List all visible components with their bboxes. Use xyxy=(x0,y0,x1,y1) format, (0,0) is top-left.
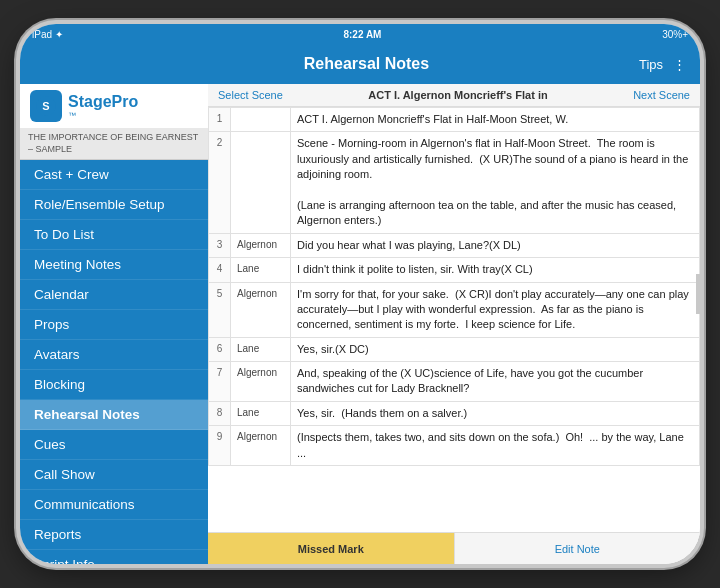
svg-text:S: S xyxy=(42,100,49,112)
row-number: 3 xyxy=(209,233,231,257)
status-bar: iPad ✦ 8:22 AM 30%+ xyxy=(20,24,700,44)
sidebar-item-script-info[interactable]: Script Info xyxy=(20,550,208,564)
character-name: Algernon xyxy=(231,282,291,337)
script-text: I'm sorry for that, for your sake. (X CR… xyxy=(291,282,700,337)
row-number: 1 xyxy=(209,108,231,132)
row-number: 8 xyxy=(209,401,231,425)
row-number: 2 xyxy=(209,132,231,233)
project-label: THE IMPORTANCE OF BEING EARNEST – SAMPLE xyxy=(20,128,208,160)
table-row: 6LaneYes, sir.(X DC) xyxy=(209,337,700,361)
sidebar-item-blocking[interactable]: Blocking xyxy=(20,370,208,400)
logo-icon: S xyxy=(30,90,62,122)
sidebar-item-props[interactable]: Props xyxy=(20,310,208,340)
script-text: ACT I. Algernon Moncrieff's Flat in Half… xyxy=(291,108,700,132)
top-nav-actions: Tips ⋮ xyxy=(639,57,686,72)
bottom-bar: Missed Mark Edit Note xyxy=(208,532,700,564)
character-name: Lane xyxy=(231,258,291,282)
select-scene-button[interactable]: Select Scene xyxy=(218,89,283,101)
logo-text: StagePro ™ xyxy=(68,93,138,120)
menu-icon[interactable]: ⋮ xyxy=(673,57,686,72)
sidebar-item-meeting-notes[interactable]: Meeting Notes xyxy=(20,250,208,280)
script-text: Did you hear what I was playing, Lane?(X… xyxy=(291,233,700,257)
table-row: 1ACT I. Algernon Moncrieff's Flat in Hal… xyxy=(209,108,700,132)
script-text: Scene - Morning-room in Algernon's flat … xyxy=(291,132,700,233)
script-text: Yes, sir.(X DC) xyxy=(291,337,700,361)
character-name xyxy=(231,108,291,132)
character-name: Algernon xyxy=(231,233,291,257)
main-area: S StagePro ™ THE IMPORTANCE OF BEING EAR… xyxy=(20,84,700,564)
row-number: 4 xyxy=(209,258,231,282)
script-content-table: 1ACT I. Algernon Moncrieff's Flat in Hal… xyxy=(208,107,700,466)
table-row: 5AlgernonI'm sorry for that, for your sa… xyxy=(209,282,700,337)
device-frame: iPad ✦ 8:22 AM 30%+ Rehearsal Notes Tips… xyxy=(20,24,700,564)
sidebar-item-cues[interactable]: Cues xyxy=(20,430,208,460)
top-nav: Rehearsal Notes Tips ⋮ xyxy=(20,44,700,84)
sidebar-item-call-show[interactable]: Call Show xyxy=(20,460,208,490)
content-area: Select Scene ACT I. Algernon Moncrieff's… xyxy=(208,84,700,564)
row-number: 7 xyxy=(209,362,231,402)
tips-button[interactable]: Tips xyxy=(639,57,663,72)
sidebar-item-to-do-list[interactable]: To Do List xyxy=(20,220,208,250)
sidebar-item-cast---crew[interactable]: Cast + Crew xyxy=(20,160,208,190)
battery-indicator: 30%+ xyxy=(662,29,688,40)
table-row: 2Scene - Morning-room in Algernon's flat… xyxy=(209,132,700,233)
row-number: 6 xyxy=(209,337,231,361)
script-text: (Inspects them, takes two, and sits down… xyxy=(291,426,700,466)
status-ipad: iPad ✦ xyxy=(32,29,63,40)
scene-title: ACT I. Algernon Moncrieff's Flat in xyxy=(291,89,625,101)
script-table: 1ACT I. Algernon Moncrieff's Flat in Hal… xyxy=(208,107,700,532)
logo-name: StagePro xyxy=(68,93,138,111)
table-row: 3AlgernonDid you hear what I was playing… xyxy=(209,233,700,257)
row-number: 9 xyxy=(209,426,231,466)
status-right: 30%+ xyxy=(662,29,688,40)
status-left: iPad ✦ xyxy=(32,29,63,40)
edit-note-button[interactable]: Edit Note xyxy=(455,533,701,564)
sidebar: S StagePro ™ THE IMPORTANCE OF BEING EAR… xyxy=(20,84,208,564)
sidebar-item-communications[interactable]: Communications xyxy=(20,490,208,520)
character-name: Lane xyxy=(231,401,291,425)
sidebar-nav: Cast + CrewRole/Ensemble SetupTo Do List… xyxy=(20,160,208,564)
scene-selector: Select Scene ACT I. Algernon Moncrieff's… xyxy=(208,84,700,107)
table-row: 7AlgernonAnd, speaking of the (X UC)scie… xyxy=(209,362,700,402)
status-time: 8:22 AM xyxy=(343,29,381,40)
character-name: Lane xyxy=(231,337,291,361)
sidebar-item-rehearsal-notes[interactable]: Rehearsal Notes xyxy=(20,400,208,430)
sidebar-item-reports[interactable]: Reports xyxy=(20,520,208,550)
script-text: Yes, sir. (Hands them on a salver.) xyxy=(291,401,700,425)
script-text: And, speaking of the (X UC)science of Li… xyxy=(291,362,700,402)
row-number: 5 xyxy=(209,282,231,337)
character-name: Algernon xyxy=(231,426,291,466)
table-row: 9Algernon(Inspects them, takes two, and … xyxy=(209,426,700,466)
table-row: 4LaneI didn't think it polite to listen,… xyxy=(209,258,700,282)
power-button xyxy=(696,274,700,314)
missed-mark-button[interactable]: Missed Mark xyxy=(208,533,455,564)
character-name: Algernon xyxy=(231,362,291,402)
next-scene-button[interactable]: Next Scene xyxy=(633,89,690,101)
character-name xyxy=(231,132,291,233)
table-row: 8LaneYes, sir. (Hands them on a salver.) xyxy=(209,401,700,425)
sidebar-item-avatars[interactable]: Avatars xyxy=(20,340,208,370)
sidebar-logo: S StagePro ™ xyxy=(20,84,208,128)
sidebar-item-calendar[interactable]: Calendar xyxy=(20,280,208,310)
logo-tm: ™ xyxy=(68,111,138,120)
sidebar-item-role-ensemble-setup[interactable]: Role/Ensemble Setup xyxy=(20,190,208,220)
script-text: I didn't think it polite to listen, sir.… xyxy=(291,258,700,282)
page-title: Rehearsal Notes xyxy=(304,55,429,73)
